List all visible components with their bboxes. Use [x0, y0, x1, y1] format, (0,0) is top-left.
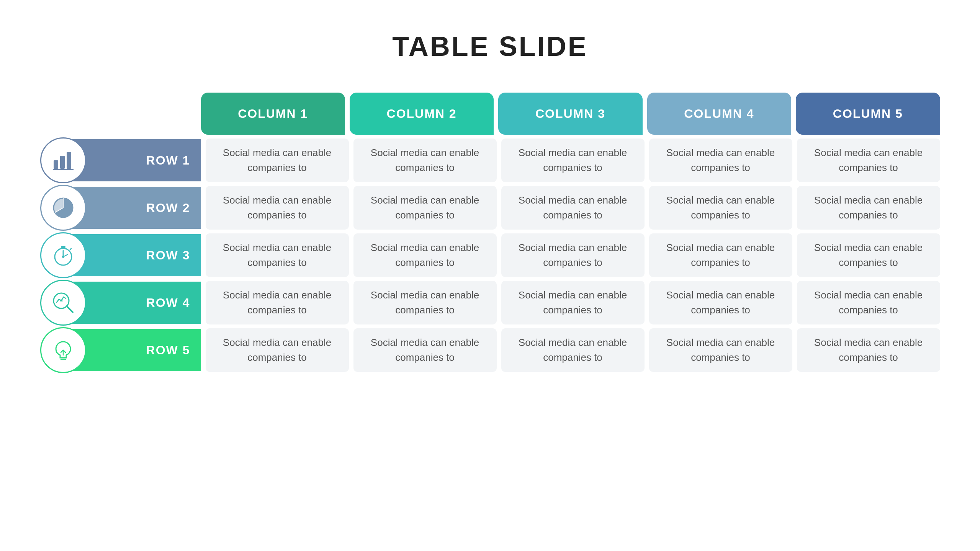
- cell-r4-c2: Social media can enable companies to: [353, 281, 497, 324]
- data-rows: ROW 1Social media can enable companies t…: [40, 139, 940, 372]
- svg-line-12: [70, 248, 71, 250]
- cell-r3-c5: Social media can enable companies to: [797, 233, 940, 277]
- cell-r2-c2: Social media can enable companies to: [353, 186, 497, 230]
- table-row: ROW 3Social media can enable companies t…: [40, 233, 940, 277]
- svg-rect-1: [60, 156, 65, 169]
- col-header-4: COLUMN 4: [647, 93, 791, 135]
- cell-r3-c3: Social media can enable companies to: [501, 233, 645, 277]
- col-header-5: COLUMN 5: [796, 93, 940, 135]
- col-header-3: COLUMN 3: [498, 93, 642, 135]
- row-icon-2: [40, 185, 86, 231]
- table-row: ROW 5Social media can enable companies t…: [40, 328, 940, 372]
- cell-r1-c5: Social media can enable companies to: [797, 139, 940, 182]
- cell-r2-c5: Social media can enable companies to: [797, 186, 940, 230]
- cell-r2-c4: Social media can enable companies to: [649, 186, 792, 230]
- svg-point-13: [62, 256, 64, 258]
- cell-r5-c2: Social media can enable companies to: [353, 328, 497, 372]
- cell-r2-c1: Social media can enable companies to: [206, 186, 349, 230]
- cell-r4-c5: Social media can enable companies to: [797, 281, 940, 324]
- cell-r5-c1: Social media can enable companies to: [206, 328, 349, 372]
- cell-r1-c3: Social media can enable companies to: [501, 139, 645, 182]
- row-icon-5: [40, 327, 86, 373]
- cell-r5-c5: Social media can enable companies to: [797, 328, 940, 372]
- table-container: COLUMN 1COLUMN 2COLUMN 3COLUMN 4COLUMN 5…: [40, 93, 940, 372]
- page-title: TABLE SLIDE: [392, 31, 588, 62]
- svg-point-16: [60, 299, 63, 302]
- cell-r1-c4: Social media can enable companies to: [649, 139, 792, 182]
- table-row: ROW 1Social media can enable companies t…: [40, 139, 940, 182]
- row-icon-4: [40, 280, 86, 326]
- row-icon-1: [40, 137, 86, 183]
- header-row: COLUMN 1COLUMN 2COLUMN 3COLUMN 4COLUMN 5: [201, 93, 940, 135]
- cell-r4-c3: Social media can enable companies to: [501, 281, 645, 324]
- cell-r1-c2: Social media can enable companies to: [353, 139, 497, 182]
- svg-rect-10: [61, 246, 65, 248]
- cell-r4-c4: Social media can enable companies to: [649, 281, 792, 324]
- svg-rect-0: [54, 160, 58, 169]
- col-header-2: COLUMN 2: [350, 93, 494, 135]
- cell-r3-c4: Social media can enable companies to: [649, 233, 792, 277]
- cell-r2-c3: Social media can enable companies to: [501, 186, 645, 230]
- svg-line-15: [67, 306, 73, 312]
- cell-r5-c3: Social media can enable companies to: [501, 328, 645, 372]
- col-header-1: COLUMN 1: [201, 93, 345, 135]
- row-icon-3: [40, 232, 86, 278]
- cell-r3-c2: Social media can enable companies to: [353, 233, 497, 277]
- cell-r5-c4: Social media can enable companies to: [649, 328, 792, 372]
- cell-r4-c1: Social media can enable companies to: [206, 281, 349, 324]
- cell-r1-c1: Social media can enable companies to: [206, 139, 349, 182]
- cell-r3-c1: Social media can enable companies to: [206, 233, 349, 277]
- svg-rect-2: [67, 152, 71, 169]
- table-row: ROW 4Social media can enable companies t…: [40, 281, 940, 324]
- table-row: ROW 2Social media can enable companies t…: [40, 186, 940, 230]
